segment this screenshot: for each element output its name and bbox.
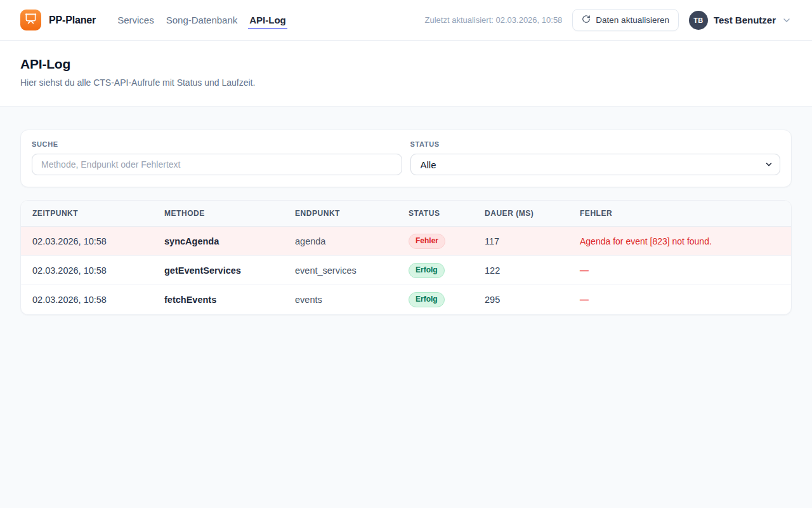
search-field-group: SUCHE (32, 140, 402, 175)
column-header-methode: METHODE (153, 209, 284, 218)
column-header-fehler: FEHLER (568, 209, 791, 218)
refresh-data-button[interactable]: Daten aktualisieren (572, 9, 679, 31)
cell-methode: getEventServices (153, 265, 284, 276)
presentation-icon (25, 13, 37, 27)
page-subtitle: Hier siehst du alle CTS-API-Aufrufe mit … (20, 77, 792, 88)
cell-endpunkt: event_services (284, 265, 397, 276)
table-header-row: ZEITPUNKT METHODE ENDPUNKT STATUS DAUER … (21, 201, 791, 227)
cell-zeitpunkt: 02.03.2026, 10:58 (21, 295, 153, 305)
column-header-status: STATUS (397, 209, 473, 218)
cell-fehler: — (568, 295, 791, 305)
table-row: 02.03.2026, 10:58 fetchEvents events Erf… (21, 285, 791, 314)
main-nav: Services Song-Datenbank API-Log (116, 11, 287, 29)
column-header-endpunkt: ENDPUNKT (284, 209, 397, 218)
nav-item-song-datenbank[interactable]: Song-Datenbank (165, 11, 239, 29)
status-badge: Erfolg (409, 263, 445, 278)
status-badge: Erfolg (409, 292, 445, 307)
chevron-down-icon (782, 15, 792, 25)
cell-dauer: 117 (473, 236, 568, 246)
cell-endpunkt: events (284, 295, 397, 305)
cell-zeitpunkt: 02.03.2026, 10:58 (21, 236, 153, 246)
nav-item-services[interactable]: Services (116, 11, 155, 29)
cell-methode: syncAgenda (153, 236, 284, 246)
page-title: API-Log (20, 57, 792, 72)
column-header-dauer: DAUER (MS) (473, 209, 568, 218)
brand-name: PP-Planer (49, 15, 96, 26)
nav-item-api-log[interactable]: API-Log (248, 11, 287, 29)
filter-card: SUCHE STATUS Alle (20, 130, 792, 187)
status-field-group: STATUS Alle (410, 140, 781, 175)
app-logo (20, 10, 41, 30)
topbar-right: Zuletzt aktualisiert: 02.03.2026, 10:58 … (425, 9, 792, 31)
brand: PP-Planer (20, 10, 96, 30)
search-label: SUCHE (32, 140, 402, 148)
table-row: 02.03.2026, 10:58 syncAgenda agenda Fehl… (21, 227, 791, 256)
cell-status: Erfolg (397, 292, 473, 307)
main-content: SUCHE STATUS Alle ZEITPUNKT METHODE ENDP… (0, 107, 812, 315)
table-row: 02.03.2026, 10:58 getEventServices event… (21, 256, 791, 285)
refresh-button-label: Daten aktualisieren (596, 15, 669, 25)
status-label: STATUS (410, 140, 781, 148)
cell-fehler: Agenda for event [823] not found. (568, 236, 791, 246)
cell-status: Fehler (397, 234, 473, 249)
status-select[interactable]: Alle (410, 154, 781, 175)
cell-dauer: 122 (473, 265, 568, 276)
user-name: Test Benutzer (714, 15, 776, 25)
top-bar: PP-Planer Services Song-Datenbank API-Lo… (0, 0, 812, 41)
refresh-icon (582, 15, 591, 25)
avatar: TB (689, 11, 708, 30)
api-log-table: ZEITPUNKT METHODE ENDPUNKT STATUS DAUER … (20, 200, 792, 315)
cell-zeitpunkt: 02.03.2026, 10:58 (21, 265, 153, 276)
search-input[interactable] (32, 154, 402, 175)
cell-fehler: — (568, 265, 791, 276)
user-menu[interactable]: TB Test Benutzer (689, 11, 792, 30)
cell-dauer: 295 (473, 295, 568, 305)
last-updated-text: Zuletzt aktualisiert: 02.03.2026, 10:58 (425, 15, 563, 25)
cell-endpunkt: agenda (284, 236, 397, 246)
cell-methode: fetchEvents (153, 295, 284, 305)
page-header: API-Log Hier siehst du alle CTS-API-Aufr… (0, 41, 812, 107)
cell-status: Erfolg (397, 263, 473, 278)
column-header-zeitpunkt: ZEITPUNKT (21, 209, 153, 218)
status-badge: Fehler (409, 234, 445, 249)
